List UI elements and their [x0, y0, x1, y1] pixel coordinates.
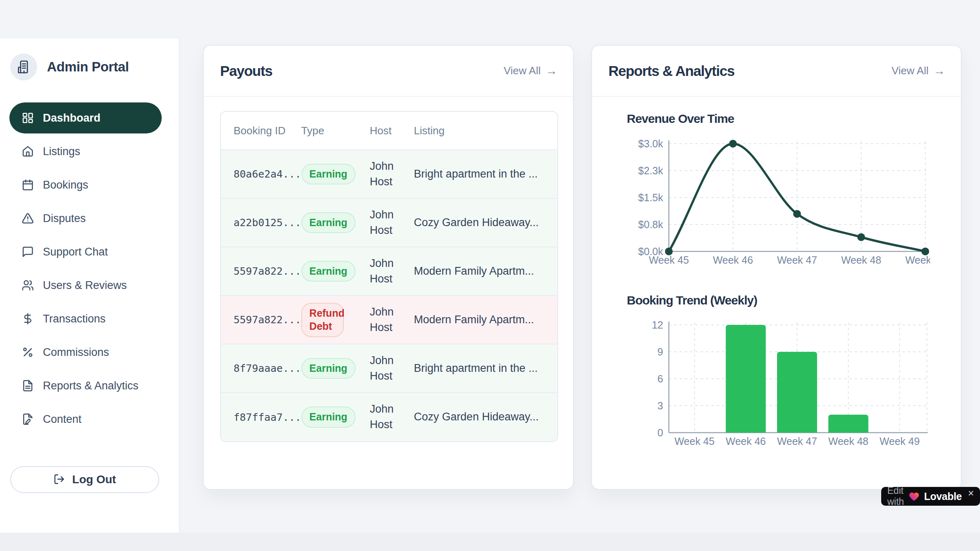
payouts-title: Payouts — [220, 63, 272, 79]
sidebar-item-listings[interactable]: Listings — [9, 136, 162, 167]
booking-id-cell: 5597a822... — [221, 295, 301, 344]
sidebar-item-label: Reports & Analytics — [43, 380, 138, 392]
payout-table-row: 5597a822... Refund Debt John Host Modern… — [221, 295, 557, 344]
lovable-prefix: Edit with — [887, 485, 904, 507]
sidebar-item-label: Bookings — [43, 179, 88, 191]
dashboard-icon — [22, 112, 34, 124]
host-cell: John Host — [370, 393, 414, 441]
bottom-strip — [0, 533, 980, 551]
payout-table-row: 8f79aaae... Earning John Host Bright apa… — [221, 344, 557, 393]
column-header-booking-id: Booking ID — [221, 112, 301, 150]
column-header-host: Host — [370, 112, 414, 150]
sidebar-item-label: Support Chat — [43, 246, 108, 258]
sidebar-item-transactions[interactable]: Transactions — [9, 303, 162, 334]
host-cell: John Host — [370, 150, 414, 198]
users-icon — [22, 279, 34, 291]
edit-with-lovable-badge[interactable]: Edit with Lovable × — [881, 487, 980, 506]
dollar-icon — [22, 313, 34, 325]
payout-table-row: f87ffaa7... Earning John Host Cozy Garde… — [221, 393, 557, 441]
sidebar-nav: Dashboard Listings Bookings Disputes Sup… — [0, 102, 179, 435]
svg-text:Week 48: Week 48 — [841, 254, 881, 266]
building-icon — [10, 53, 37, 80]
column-header-listing: Listing — [414, 112, 557, 150]
svg-text:Week 47: Week 47 — [777, 254, 817, 266]
booking-id-cell: 8f79aaae... — [221, 344, 301, 393]
payout-type-cell: Earning — [301, 344, 370, 393]
app-title: Admin Portal — [47, 59, 129, 75]
column-header-type: Type — [301, 112, 370, 150]
svg-text:Week 49: Week 49 — [905, 254, 930, 266]
app-logo-row: Admin Portal — [0, 53, 179, 80]
reports-view-all-button[interactable]: View All → — [891, 64, 945, 77]
listing-cell: Cozy Garden Hideaway... — [414, 198, 557, 247]
log-out-icon — [53, 473, 66, 486]
payout-type-badge: Earning — [301, 407, 356, 428]
payout-table-row: 80a6e2a4... Earning John Host Bright apa… — [221, 150, 557, 198]
svg-text:6: 6 — [657, 373, 663, 384]
sidebar-item-dashboard[interactable]: Dashboard — [9, 102, 162, 133]
svg-text:$3.0k: $3.0k — [638, 138, 664, 149]
host-cell: John Host — [370, 198, 414, 247]
svg-text:3: 3 — [657, 400, 663, 411]
svg-text:0: 0 — [657, 427, 663, 438]
payout-type-cell: Earning — [301, 247, 370, 295]
payouts-card: Payouts View All → Booking ID Type Host … — [203, 45, 574, 490]
sidebar-item-reports-analytics[interactable]: Reports & Analytics — [9, 370, 162, 401]
close-icon[interactable]: × — [968, 488, 974, 498]
revenue-chart-title: Revenue Over Time — [627, 112, 734, 126]
payouts-view-all-button[interactable]: View All → — [503, 64, 557, 77]
payouts-table-header-row: Booking ID Type Host Listing — [221, 112, 557, 150]
sidebar-item-disputes[interactable]: Disputes — [9, 203, 162, 234]
svg-text:Week 45: Week 45 — [675, 435, 715, 447]
svg-text:Week 49: Week 49 — [880, 435, 920, 447]
file-pen-icon — [22, 413, 34, 425]
sidebar-item-users-reviews[interactable]: Users & Reviews — [9, 270, 162, 301]
sidebar-item-label: Users & Reviews — [43, 279, 127, 292]
sidebar-item-support-chat[interactable]: Support Chat — [9, 236, 162, 267]
payout-type-cell: Earning — [301, 393, 370, 441]
alert-triangle-icon — [22, 212, 34, 224]
svg-text:$0.8k: $0.8k — [638, 219, 664, 230]
sidebar-item-label: Dashboard — [43, 112, 100, 124]
payout-type-badge: Earning — [301, 261, 356, 282]
payout-type-cell: Refund Debt — [301, 295, 370, 344]
sidebar-item-content[interactable]: Content — [9, 404, 162, 435]
svg-text:$1.5k: $1.5k — [638, 192, 664, 203]
svg-text:$2.3k: $2.3k — [638, 165, 664, 176]
host-cell: John Host — [370, 247, 414, 295]
payout-type-badge: Earning — [301, 358, 356, 379]
host-cell: John Host — [370, 344, 414, 393]
message-icon — [22, 246, 34, 258]
svg-text:Week 46: Week 46 — [726, 435, 766, 447]
svg-text:9: 9 — [657, 346, 663, 358]
listing-cell: Modern Family Apartm... — [414, 295, 557, 344]
svg-text:12: 12 — [652, 319, 663, 331]
arrow-right-icon: → — [546, 65, 557, 77]
svg-text:Week 46: Week 46 — [713, 254, 753, 266]
sidebar-item-bookings[interactable]: Bookings — [9, 169, 162, 200]
booking-id-cell: 80a6e2a4... — [221, 150, 301, 198]
svg-text:Week 45: Week 45 — [649, 254, 689, 266]
reports-card-header: Reports & Analytics View All → — [592, 46, 961, 97]
booking-id-cell: 5597a822... — [221, 247, 301, 295]
payout-type-badge: Earning — [301, 164, 356, 185]
payout-type-cell: Earning — [301, 150, 370, 198]
home-icon — [22, 145, 34, 158]
payout-type-cell: Earning — [301, 198, 370, 247]
payout-type-badge: Earning — [301, 212, 356, 233]
booking-trend-chart-title: Booking Trend (Weekly) — [627, 293, 757, 307]
sidebar-item-commissions[interactable]: Commissions — [9, 337, 162, 368]
reports-analytics-card: Reports & Analytics View All → Revenue O… — [591, 45, 962, 490]
payouts-card-header: Payouts View All → — [204, 46, 573, 97]
svg-text:Week 48: Week 48 — [828, 435, 868, 447]
booking-trend-bar-chart: 036912Week 45Week 46Week 47Week 48Week 4… — [632, 319, 930, 454]
calendar-icon — [22, 179, 34, 191]
listing-cell: Cozy Garden Hideaway... — [414, 393, 557, 441]
sidebar: Admin Portal Dashboard Listings Bookings… — [0, 39, 180, 533]
reports-title: Reports & Analytics — [608, 63, 735, 79]
payout-type-badge: Refund Debt — [301, 303, 344, 337]
percent-icon — [22, 346, 34, 358]
log-out-button[interactable]: Log Out — [10, 466, 159, 493]
booking-id-cell: f87ffaa7... — [221, 393, 301, 441]
booking-id-cell: a22b0125... — [221, 198, 301, 247]
